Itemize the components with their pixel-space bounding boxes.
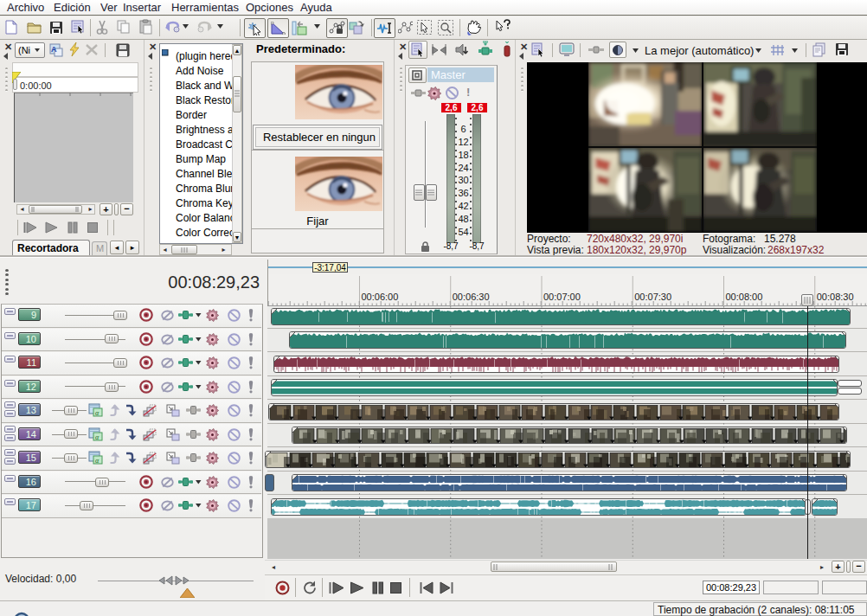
svg-text:A: A xyxy=(51,45,57,54)
